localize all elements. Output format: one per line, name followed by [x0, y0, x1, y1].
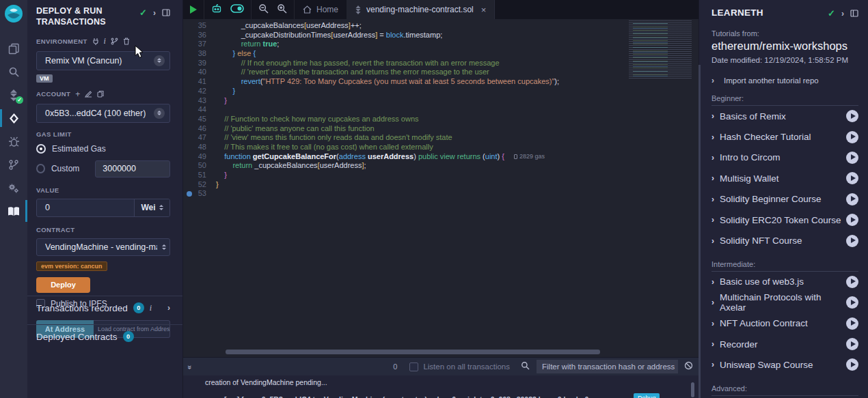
import-tutorial-repo[interactable]: › Import another tutorial repo [711, 76, 858, 85]
file-explorer-icon[interactable] [0, 37, 27, 60]
custom-gas-input[interactable]: 3000000 [95, 160, 170, 177]
code-line[interactable]: 42 } [183, 87, 699, 96]
listen-all-transactions-checkbox[interactable] [409, 363, 418, 371]
play-tutorial-button[interactable] [846, 296, 858, 309]
chevron-right-icon[interactable]: › [711, 195, 714, 204]
ai-toggle-icon[interactable] [230, 3, 244, 16]
tutorial-item[interactable]: ›Hash Checker Tutorial [711, 126, 858, 147]
tutorial-item[interactable]: ›Solidity NFT Course [711, 230, 858, 251]
code-editor[interactable]: 35 _cupcakeBalances[userAddress]++;36 _c… [183, 19, 699, 357]
code-line[interactable]: 44 [183, 105, 699, 115]
contract-select[interactable]: VendingMachine - vending-machin [36, 238, 170, 256]
gutter[interactable] [183, 124, 195, 134]
gutter[interactable] [183, 143, 195, 152]
gutter[interactable] [183, 152, 195, 162]
gutter[interactable] [183, 171, 195, 180]
gutter[interactable] [183, 77, 195, 87]
learneth-scrollbar[interactable] [699, 65, 701, 398]
code-line[interactable]: 39 // If not enough time has passed, rev… [183, 59, 699, 68]
code-line[interactable]: 43 } [183, 96, 699, 106]
gutter[interactable] [183, 59, 195, 68]
chevron-right-icon[interactable]: › [711, 111, 714, 121]
sign-message-icon[interactable] [85, 90, 92, 98]
copy-account-icon[interactable] [97, 90, 104, 98]
gutter[interactable] [183, 40, 195, 49]
code-line[interactable]: 49 function getCupcakeBalanceFor(address… [183, 152, 699, 162]
run-script-icon[interactable] [190, 5, 197, 14]
debugger-icon[interactable] [0, 130, 27, 153]
tutorial-item[interactable]: ›Basic use of web3.js [711, 272, 858, 292]
plugin-plug-icon[interactable] [92, 38, 99, 45]
play-tutorial-button[interactable] [846, 235, 858, 247]
chevron-right-icon[interactable]: › [711, 215, 714, 225]
delete-environment-icon[interactable] [123, 38, 130, 45]
play-tutorial-button[interactable] [846, 358, 858, 371]
custom-gas-radio[interactable] [36, 164, 45, 173]
settings-icon[interactable] [0, 176, 27, 199]
tutorial-item[interactable]: ›Intro to Circom [711, 147, 858, 168]
learneth-icon[interactable] [0, 199, 27, 223]
gutter[interactable] [183, 105, 195, 115]
gutter[interactable] [183, 96, 195, 106]
tutorial-item[interactable]: ›NFT Auction Contract [711, 313, 858, 334]
remix-logo-icon[interactable] [0, 0, 27, 27]
environment-select[interactable]: Remix VM (Cancun) [36, 51, 170, 70]
tutorial-item[interactable]: ›Basics of Remix [711, 106, 858, 126]
close-tab-icon[interactable]: × [481, 5, 487, 15]
code-line[interactable]: 36 _cupcakeDistributionTimes[userAddress… [183, 31, 699, 40]
gutter[interactable] [183, 133, 195, 143]
ai-assistant-icon[interactable] [211, 3, 222, 16]
tab-vending-machine-contract[interactable]: vending-machine-contract.sol × [347, 0, 495, 19]
deploy-and-run-icon[interactable] [0, 106, 27, 130]
play-tutorial-button[interactable] [846, 193, 858, 205]
code-line[interactable]: 45 // Function to check how many cupcake… [183, 115, 699, 124]
collapse-terminal-icon[interactable]: » [186, 365, 194, 368]
learneth-pin-icon[interactable] [850, 10, 858, 17]
chevron-right-icon[interactable]: › [711, 132, 714, 142]
play-tutorial-button[interactable] [846, 110, 858, 122]
tutorial-item[interactable]: ›Recorder [711, 334, 858, 354]
pin-panel-icon[interactable] [162, 9, 170, 16]
gutter[interactable] [183, 161, 195, 171]
code-line[interactable]: 46 // 'public' means anyone can call thi… [183, 124, 699, 134]
horizontal-scrollbar[interactable] [226, 350, 600, 354]
play-tutorial-button[interactable] [846, 131, 858, 143]
gutter[interactable] [183, 180, 195, 190]
code-line[interactable]: 40 // 'revert' cancels the transaction a… [183, 68, 699, 77]
gutter[interactable] [183, 21, 195, 31]
play-tutorial-button[interactable] [846, 172, 858, 184]
gutter[interactable] [183, 68, 195, 77]
play-tutorial-button[interactable] [846, 276, 858, 288]
breakpoint-dot[interactable] [183, 189, 195, 199]
code-line[interactable]: 48 // This makes it free to call (no gas… [183, 143, 699, 152]
chevron-right-icon[interactable]: › [711, 236, 714, 246]
tutorial-item[interactable]: ›Solidity Beginner Course [711, 189, 858, 210]
code-line[interactable]: 38 } else { [183, 49, 699, 59]
gutter[interactable] [183, 87, 195, 96]
play-tutorial-button[interactable] [846, 152, 858, 164]
search-icon[interactable] [0, 60, 27, 83]
clear-terminal-icon[interactable] [684, 360, 693, 373]
code-line[interactable]: 51 } [183, 171, 699, 180]
minimap[interactable] [629, 20, 692, 79]
add-account-icon[interactable]: + [75, 89, 80, 99]
gutter[interactable] [183, 31, 195, 40]
chevron-right-icon[interactable]: › [711, 298, 714, 307]
solidity-compiler-icon[interactable]: ✓ [0, 83, 27, 106]
play-tutorial-button[interactable] [846, 214, 858, 226]
transactions-info-icon[interactable]: i [150, 303, 152, 313]
tutorial-item[interactable]: ›Solidity ERC20 Token Course [711, 210, 858, 230]
zoom-in-icon[interactable] [277, 3, 287, 16]
code-line[interactable]: 35 _cupcakeBalances[userAddress]++; [183, 21, 699, 31]
play-tutorial-button[interactable] [846, 317, 858, 330]
code-line[interactable]: 53 [183, 189, 699, 199]
code-line[interactable]: 47 // 'view' means this function only re… [183, 133, 699, 143]
environment-info-icon[interactable]: i [104, 36, 106, 46]
deploy-button[interactable]: Deploy [36, 277, 90, 293]
panel-expand-icon[interactable]: › [153, 8, 156, 18]
chevron-right-icon[interactable]: › [711, 277, 714, 287]
terminal-search-icon[interactable] [521, 360, 530, 373]
chevron-right-icon[interactable]: › [711, 173, 714, 183]
debug-button[interactable]: Debug [634, 393, 660, 398]
play-tutorial-button[interactable] [846, 338, 858, 350]
